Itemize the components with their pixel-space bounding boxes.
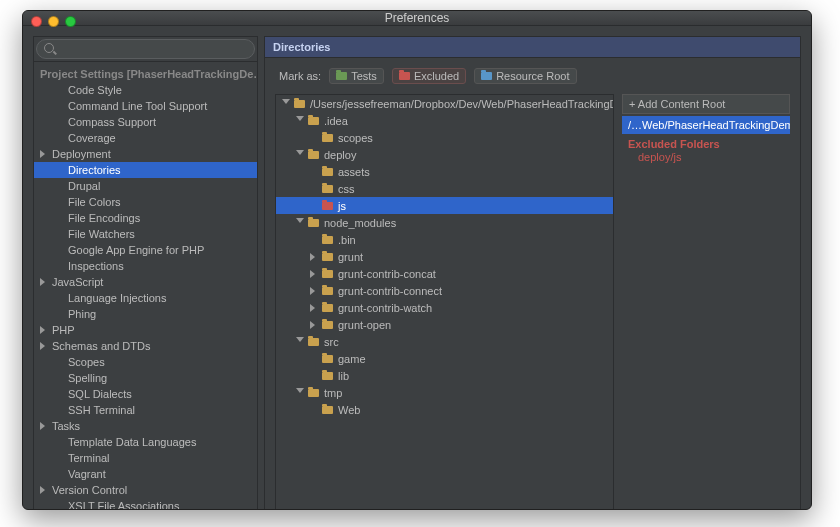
- directory-row[interactable]: grunt-contrib-connect: [276, 282, 613, 299]
- zoom-icon[interactable]: [65, 16, 76, 27]
- folder-icon: [308, 117, 319, 125]
- folder-icon: [322, 168, 333, 176]
- sidebar-item[interactable]: Coverage: [34, 130, 257, 146]
- directory-row[interactable]: /Users/jessefreeman/Dropbox/Dev/Web/Phas…: [276, 95, 613, 112]
- disclosure-arrow-icon: [56, 373, 66, 383]
- sidebar-item[interactable]: Template Data Languages: [34, 434, 257, 450]
- minimize-icon[interactable]: [48, 16, 59, 27]
- disclosure-arrow-icon: [56, 469, 66, 479]
- sidebar-item[interactable]: Scopes: [34, 354, 257, 370]
- mark-as-label: Mark as:: [279, 70, 321, 82]
- directory-label: grunt: [338, 251, 363, 263]
- sidebar-item[interactable]: Inspections: [34, 258, 257, 274]
- disclosure-arrow-icon: [296, 388, 306, 398]
- sidebar-item-label: Template Data Languages: [68, 436, 196, 448]
- disclosure-arrow-icon: [56, 453, 66, 463]
- directory-row[interactable]: deploy: [276, 146, 613, 163]
- sidebar-item[interactable]: SSH Terminal: [34, 402, 257, 418]
- sidebar-item[interactable]: Directories: [34, 162, 257, 178]
- directory-row[interactable]: .idea: [276, 112, 613, 129]
- excluded-folder-item[interactable]: deploy/js: [622, 150, 790, 163]
- directory-row[interactable]: assets: [276, 163, 613, 180]
- sidebar-item-label: Schemas and DTDs: [52, 340, 150, 352]
- sidebar-item[interactable]: Phing: [34, 306, 257, 322]
- add-content-root-button[interactable]: + Add Content Root: [622, 94, 790, 114]
- disclosure-arrow-icon: [310, 354, 320, 364]
- close-icon[interactable]: [31, 16, 42, 27]
- sidebar-item[interactable]: Drupal: [34, 178, 257, 194]
- mark-excluded-button[interactable]: Excluded: [392, 68, 466, 84]
- mark-tests-button[interactable]: Tests: [329, 68, 384, 84]
- directory-tree[interactable]: /Users/jessefreeman/Dropbox/Dev/Web/Phas…: [275, 94, 614, 510]
- directory-label: grunt-contrib-connect: [338, 285, 442, 297]
- sidebar-item-label: PHP: [52, 324, 75, 336]
- disclosure-arrow-icon: [310, 286, 320, 296]
- sidebar-item[interactable]: File Colors: [34, 194, 257, 210]
- disclosure-arrow-icon: [56, 181, 66, 191]
- settings-tree[interactable]: Project Settings [PhaserHeadTrackingDe… …: [34, 62, 257, 510]
- sidebar-item[interactable]: File Watchers: [34, 226, 257, 242]
- disclosure-arrow-icon: [40, 341, 50, 351]
- directory-row[interactable]: game: [276, 350, 613, 367]
- disclosure-arrow-icon: [56, 213, 66, 223]
- sidebar-item[interactable]: File Encodings: [34, 210, 257, 226]
- sidebar-item[interactable]: Vagrant: [34, 466, 257, 482]
- directory-label: assets: [338, 166, 370, 178]
- content-root-path[interactable]: /…Web/PhaserHeadTrackingDemo: [622, 116, 790, 134]
- sidebar-item[interactable]: Compass Support: [34, 114, 257, 130]
- mark-resource-root-button[interactable]: Resource Root: [474, 68, 576, 84]
- sidebar-item[interactable]: Code Style: [34, 82, 257, 98]
- sidebar-item-label: Code Style: [68, 84, 122, 96]
- sidebar-item[interactable]: XSLT File Associations: [34, 498, 257, 510]
- directory-row[interactable]: js: [276, 197, 613, 214]
- directory-row[interactable]: node_modules: [276, 214, 613, 231]
- directory-row[interactable]: scopes: [276, 129, 613, 146]
- disclosure-arrow-icon: [56, 133, 66, 143]
- sidebar-item[interactable]: Schemas and DTDs: [34, 338, 257, 354]
- traffic-lights: [31, 16, 76, 27]
- resource-folder-icon: [481, 72, 492, 80]
- sidebar-item[interactable]: Version Control: [34, 482, 257, 498]
- disclosure-arrow-icon: [310, 371, 320, 381]
- sidebar-item[interactable]: Command Line Tool Support: [34, 98, 257, 114]
- directory-label: Web: [338, 404, 360, 416]
- disclosure-arrow-icon: [56, 101, 66, 111]
- directory-row[interactable]: grunt-open: [276, 316, 613, 333]
- folder-icon: [322, 253, 333, 261]
- directory-row[interactable]: .bin: [276, 231, 613, 248]
- folder-icon: [322, 185, 333, 193]
- sidebar-item-label: Vagrant: [68, 468, 106, 480]
- directory-row[interactable]: grunt-contrib-watch: [276, 299, 613, 316]
- directory-row[interactable]: lib: [276, 367, 613, 384]
- directory-row[interactable]: grunt: [276, 248, 613, 265]
- sidebar-item[interactable]: Language Injections: [34, 290, 257, 306]
- disclosure-arrow-icon: [40, 485, 50, 495]
- sidebar-item[interactable]: Google App Engine for PHP: [34, 242, 257, 258]
- sidebar-item[interactable]: SQL Dialects: [34, 386, 257, 402]
- sidebar-item-label: Google App Engine for PHP: [68, 244, 204, 256]
- directory-label: scopes: [338, 132, 373, 144]
- sidebar-item[interactable]: Tasks: [34, 418, 257, 434]
- sidebar-item[interactable]: Deployment: [34, 146, 257, 162]
- directory-row[interactable]: grunt-contrib-concat: [276, 265, 613, 282]
- tests-folder-icon: [336, 72, 347, 80]
- sidebar-item-label: Coverage: [68, 132, 116, 144]
- sidebar-item[interactable]: Terminal: [34, 450, 257, 466]
- search-input[interactable]: [36, 39, 255, 59]
- directory-label: deploy: [324, 149, 356, 161]
- directory-row[interactable]: Web: [276, 401, 613, 418]
- sidebar-item[interactable]: Spelling: [34, 370, 257, 386]
- sidebar-item[interactable]: JavaScript: [34, 274, 257, 290]
- excluded-folders-header: Excluded Folders: [622, 134, 790, 150]
- window-body: Project Settings [PhaserHeadTrackingDe… …: [23, 26, 811, 510]
- directory-row[interactable]: src: [276, 333, 613, 350]
- disclosure-arrow-icon: [310, 405, 320, 415]
- disclosure-arrow-icon: [282, 99, 292, 109]
- sidebar-item-label: File Encodings: [68, 212, 140, 224]
- disclosure-arrow-icon: [56, 245, 66, 255]
- sidebar-item[interactable]: PHP: [34, 322, 257, 338]
- directory-row[interactable]: tmp: [276, 384, 613, 401]
- sidebar-item-label: Compass Support: [68, 116, 156, 128]
- disclosure-arrow-icon: [296, 116, 306, 126]
- directory-row[interactable]: css: [276, 180, 613, 197]
